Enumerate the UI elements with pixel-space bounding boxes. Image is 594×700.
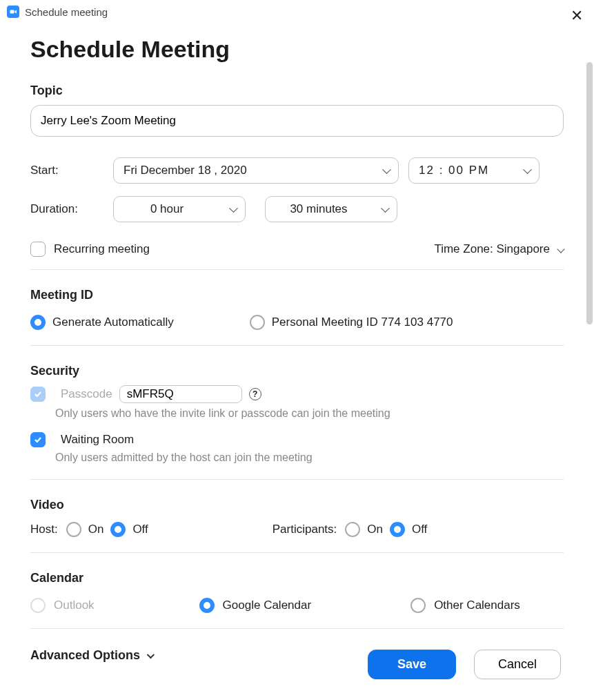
- video-participants-label: Participants:: [273, 523, 337, 536]
- help-icon[interactable]: ?: [249, 388, 261, 400]
- page-title: Schedule Meeting: [30, 36, 564, 63]
- passcode-input[interactable]: [119, 385, 242, 403]
- start-date-select[interactable]: Fri December 18 , 2020: [113, 157, 399, 184]
- waiting-room-hint: Only users admitted by the host can join…: [55, 451, 564, 464]
- svg-rect-0: [10, 10, 14, 14]
- radio-generate[interactable]: [30, 315, 46, 330]
- video-participants-on-label: On: [367, 523, 383, 536]
- timezone-label: Time Zone: Singapore: [434, 242, 550, 256]
- passcode-label: Passcode: [61, 387, 112, 401]
- duration-hours-value: 0 hour: [150, 202, 184, 216]
- window-title: Schedule meeting: [25, 6, 108, 18]
- start-label: Start:: [30, 164, 113, 177]
- video-section: Video Host: On Off Participants: On Off: [30, 480, 564, 552]
- video-host-off-label: Off: [132, 523, 148, 536]
- radio-other[interactable]: [410, 598, 426, 613]
- calendar-section: Calendar Outlook Google Calendar Other C…: [30, 553, 564, 628]
- calendar-outlook-label: Outlook: [54, 599, 95, 612]
- meeting-id-section: Meeting ID Generate Automatically Person…: [30, 270, 564, 345]
- scrollbar-thumb[interactable]: [586, 62, 593, 324]
- duration-hours-select[interactable]: 0 hour: [113, 196, 246, 222]
- video-heading: Video: [30, 498, 564, 512]
- titlebar: Schedule meeting: [0, 0, 594, 21]
- content-area: Schedule Meeting Topic Start: Fri Decemb…: [0, 21, 594, 690]
- meeting-id-generate-option[interactable]: Generate Automatically: [30, 315, 174, 330]
- timezone-select[interactable]: Time Zone: Singapore: [434, 242, 564, 256]
- radio-personal[interactable]: [250, 315, 265, 330]
- security-heading: Security: [30, 364, 564, 378]
- start-time-select[interactable]: 12 : 00 PM: [408, 157, 539, 184]
- radio-host-off[interactable]: [110, 522, 126, 537]
- start-row: Start: Fri December 18 , 2020 12 : 00 PM: [30, 157, 564, 184]
- meeting-id-generate-label: Generate Automatically: [52, 315, 174, 329]
- video-participants-off-label: Off: [412, 523, 427, 536]
- duration-minutes-value: 30 minutes: [290, 202, 347, 216]
- recurring-checkbox[interactable]: [30, 242, 46, 257]
- chevron-down-icon: [147, 650, 155, 658]
- recurring-label: Recurring meeting: [54, 242, 150, 256]
- zoom-app-icon: [7, 6, 19, 18]
- calendar-heading: Calendar: [30, 571, 564, 585]
- radio-host-on[interactable]: [66, 522, 81, 537]
- footer-buttons: Save Cancel: [368, 650, 561, 679]
- calendar-google-option[interactable]: Google Calendar: [199, 598, 312, 613]
- calendar-other-option[interactable]: Other Calendars: [410, 598, 520, 613]
- radio-participants-off[interactable]: [390, 522, 405, 537]
- meeting-id-personal-option[interactable]: Personal Meeting ID 774 103 4770: [250, 315, 453, 330]
- duration-label: Duration:: [30, 202, 113, 216]
- radio-outlook[interactable]: [30, 598, 46, 613]
- calendar-outlook-option[interactable]: Outlook: [30, 598, 95, 613]
- video-host-on-label: On: [88, 523, 104, 536]
- cancel-button[interactable]: Cancel: [474, 650, 561, 679]
- video-host-label: Host:: [30, 523, 58, 536]
- close-icon[interactable]: ✕: [571, 8, 583, 23]
- passcode-hint: Only users who have the invite link or p…: [55, 407, 564, 420]
- passcode-item: Passcode ?: [30, 385, 564, 403]
- waiting-room-checkbox[interactable]: [30, 432, 46, 447]
- topic-input[interactable]: [30, 105, 564, 137]
- calendar-google-label: Google Calendar: [223, 599, 312, 612]
- chevron-down-icon: [557, 245, 564, 253]
- waiting-room-item: Waiting Room: [30, 432, 564, 447]
- advanced-options-label: Advanced Options: [30, 648, 140, 663]
- meeting-id-heading: Meeting ID: [30, 288, 564, 302]
- meeting-id-personal-label: Personal Meeting ID 774 103 4770: [272, 315, 453, 329]
- security-section: Security Passcode ? Only users who have …: [30, 346, 564, 479]
- start-time-value: 12 : 00 PM: [419, 164, 489, 177]
- start-date-value: Fri December 18 , 2020: [123, 164, 247, 177]
- duration-row: Duration: 0 hour 30 minutes: [30, 196, 564, 222]
- waiting-room-label: Waiting Room: [61, 433, 134, 447]
- duration-minutes-select[interactable]: 30 minutes: [265, 196, 397, 222]
- save-button[interactable]: Save: [368, 650, 456, 679]
- calendar-other-label: Other Calendars: [434, 599, 520, 612]
- passcode-checkbox[interactable]: [30, 387, 46, 402]
- topic-label: Topic: [30, 84, 564, 98]
- recurring-row: Recurring meeting Time Zone: Singapore: [30, 242, 564, 257]
- radio-participants-on[interactable]: [345, 522, 360, 537]
- divider: [30, 628, 564, 629]
- radio-google[interactable]: [199, 598, 215, 613]
